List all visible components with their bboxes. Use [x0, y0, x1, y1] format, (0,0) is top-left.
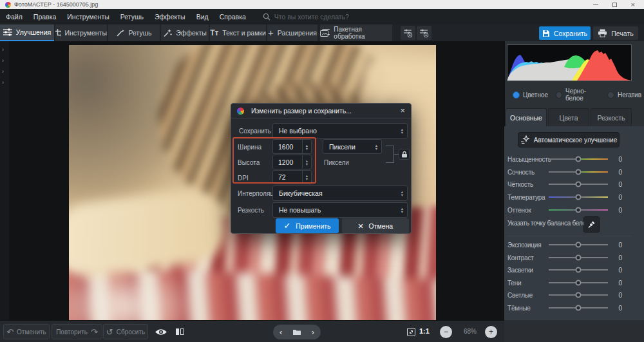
- minimize-icon[interactable]: [593, 5, 598, 5]
- save-button[interactable]: Сохранить: [539, 26, 591, 40]
- close-icon[interactable]: ×: [631, 1, 635, 8]
- save-for-value: Не выбрано: [279, 127, 401, 135]
- apply-button[interactable]: ✓ Применить: [276, 218, 339, 233]
- contrast-slider[interactable]: [549, 257, 608, 258]
- slider-knob[interactable]: [576, 267, 582, 273]
- color-mode-group: Цветное Черно-белое Негатив: [513, 90, 641, 99]
- shadows-slider[interactable]: [549, 282, 608, 283]
- undo-icon: ↶: [6, 328, 14, 336]
- whites-slider[interactable]: [549, 294, 608, 296]
- dpi-input[interactable]: 72 ▴▾: [272, 170, 312, 184]
- tab-colors[interactable]: Цвета: [548, 108, 589, 126]
- maximize-icon[interactable]: [612, 3, 617, 7]
- cancel-button[interactable]: × Отмена: [342, 218, 409, 233]
- previous-photo-icon[interactable]: ‹: [279, 328, 282, 336]
- mode-color[interactable]: Цветное: [513, 91, 548, 99]
- tab-retouch[interactable]: Ретушь: [108, 24, 160, 41]
- menu-view[interactable]: Вид: [196, 13, 209, 21]
- batch-processing-button[interactable]: Пакетная обработка: [320, 24, 392, 41]
- white-balance-picker-button[interactable]: [583, 216, 600, 233]
- save-for-select[interactable]: Не выбрано ▴▾: [272, 123, 408, 138]
- tab-tools[interactable]: Инструменты: [55, 24, 107, 41]
- height-input[interactable]: 1200 ▴▾: [272, 155, 312, 169]
- width-value: 1600: [273, 143, 302, 151]
- slider-knob[interactable]: [576, 182, 582, 187]
- preset-export-button[interactable]: [417, 26, 431, 40]
- slider-knob[interactable]: [576, 305, 582, 311]
- reset-icon: ↺: [106, 328, 113, 336]
- menu-file[interactable]: Файл: [6, 13, 23, 21]
- check-icon: ✓: [283, 222, 290, 230]
- search-placeholder: Что вы хотите сделать?: [274, 13, 349, 21]
- width-unit-select[interactable]: Пиксели ▴▾: [323, 139, 382, 154]
- sharpness-value: Не повышать: [279, 206, 401, 214]
- width-input[interactable]: 1600 ▴▾: [272, 139, 312, 154]
- slider-knob[interactable]: [576, 242, 582, 248]
- tab-extensions[interactable]: + Расширения: [267, 24, 317, 41]
- exposure-slider[interactable]: [549, 244, 608, 245]
- tint-slider[interactable]: [549, 209, 608, 211]
- slider-knob[interactable]: [576, 280, 582, 286]
- tab-effects[interactable]: Эффекты: [161, 24, 209, 41]
- settings-tabs: Основные Цвета Резкость: [506, 108, 632, 126]
- slider-value: 0: [608, 305, 622, 312]
- highlights-slider[interactable]: [549, 269, 608, 271]
- chevron-right-icon[interactable]: ›: [2, 79, 8, 86]
- chevron-right-icon[interactable]: ›: [2, 68, 8, 75]
- slider-knob[interactable]: [576, 207, 582, 213]
- vibrance-slider[interactable]: [549, 171, 608, 173]
- menu-tools[interactable]: Инструменты: [67, 13, 109, 21]
- mode-black-white[interactable]: Черно-белое: [556, 88, 600, 102]
- reset-button[interactable]: ↺ Сбросить: [103, 324, 148, 339]
- menu-help[interactable]: Справка: [220, 13, 246, 21]
- tab-sharpness[interactable]: Резкость: [591, 108, 632, 126]
- menu-edit[interactable]: Правка: [33, 13, 56, 21]
- compare-button[interactable]: [173, 323, 187, 340]
- slider-knob[interactable]: [576, 255, 582, 261]
- dpi-stepper[interactable]: ▴▾: [302, 171, 311, 184]
- folder-icon[interactable]: [292, 328, 301, 336]
- tab-enhancements[interactable]: Улучшения: [0, 24, 54, 41]
- menu-retouch[interactable]: Ретушь: [120, 13, 144, 21]
- preset-add-button[interactable]: [401, 26, 415, 40]
- print-button[interactable]: Печать: [593, 26, 638, 40]
- slider-knob[interactable]: [576, 292, 582, 298]
- auto-enhance-button[interactable]: Автоматическое улучшение: [518, 132, 620, 147]
- aspect-lock-button[interactable]: [399, 149, 410, 160]
- zoom-out-icon[interactable]: −: [440, 326, 452, 338]
- height-label: Высота: [238, 159, 260, 166]
- height-stepper[interactable]: ▴▾: [302, 155, 311, 169]
- slider-value: 0: [608, 292, 622, 299]
- redo-button[interactable]: Повторить ↷: [52, 324, 102, 339]
- next-photo-icon[interactable]: ›: [312, 328, 314, 336]
- zoom-level[interactable]: 68%: [459, 328, 482, 335]
- slider-knob[interactable]: [576, 195, 582, 200]
- undo-button[interactable]: ↶ Отменить: [3, 324, 50, 339]
- slider-knob[interactable]: [576, 157, 582, 162]
- menu-effects[interactable]: Эффекты: [155, 13, 185, 21]
- chevron-right-icon[interactable]: ›: [2, 46, 8, 53]
- tab-label: Инструменты: [65, 29, 107, 37]
- tab-basic[interactable]: Основные: [506, 108, 547, 126]
- width-stepper[interactable]: ▴▾: [302, 140, 311, 153]
- zoom-in-icon[interactable]: +: [485, 326, 497, 338]
- vibrance-slider-row: Сочность 0: [507, 166, 622, 178]
- temperature-slider[interactable]: [549, 196, 608, 198]
- tab-text-frames[interactable]: Tт Текст и рамки: [210, 24, 266, 41]
- interpolation-select[interactable]: Бикубическая ▴▾: [272, 185, 408, 201]
- dialog-close-icon[interactable]: ×: [400, 107, 405, 115]
- slider-knob[interactable]: [576, 169, 582, 175]
- crop-icon: [55, 29, 61, 37]
- chevron-right-icon[interactable]: ›: [2, 57, 8, 64]
- save-floppy-icon: [542, 30, 550, 37]
- fit-screen-button[interactable]: [404, 323, 417, 340]
- clarity-slider[interactable]: [549, 184, 608, 185]
- mode-negative[interactable]: Негатив: [607, 91, 641, 99]
- zoom-1to1-button[interactable]: 1:1: [419, 327, 430, 335]
- sharpness-select[interactable]: Не повышать ▴▾: [272, 202, 408, 218]
- clarity-slider-row: Чёткость 0: [507, 178, 622, 191]
- show-original-button[interactable]: [153, 323, 169, 340]
- blacks-slider[interactable]: [549, 307, 608, 309]
- saturation-slider[interactable]: [549, 158, 608, 160]
- search-input[interactable]: Что вы хотите сделать?: [263, 13, 349, 21]
